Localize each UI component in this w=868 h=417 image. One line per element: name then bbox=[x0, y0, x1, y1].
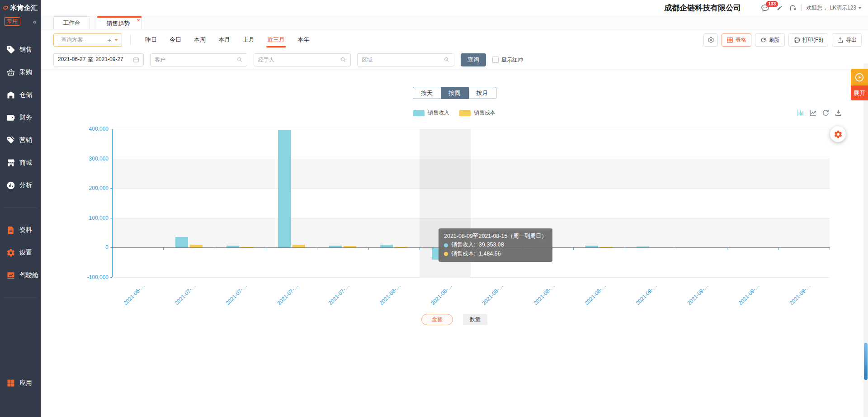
y-axis-tick bbox=[110, 277, 112, 278]
range-last-month[interactable]: 上月 bbox=[236, 30, 261, 50]
x-axis-tick bbox=[368, 247, 369, 250]
legend-item-income[interactable]: 销售收入 bbox=[413, 109, 449, 117]
sidebar-item-mall[interactable]: 商城 bbox=[0, 152, 41, 174]
range-this-year[interactable]: 本年 bbox=[291, 30, 316, 50]
support-button[interactable] bbox=[789, 4, 797, 12]
sidebar-item-analysis[interactable]: 分析 bbox=[0, 174, 41, 197]
tab-workbench[interactable]: 工作台 bbox=[53, 16, 90, 29]
by-month-button[interactable]: 按月 bbox=[468, 87, 496, 99]
legend-item-cost[interactable]: 销售成本 bbox=[459, 109, 495, 117]
income-dot bbox=[444, 243, 448, 247]
y-axis-tick bbox=[110, 218, 112, 218]
sidebar-item-settings[interactable]: 设置 bbox=[0, 242, 41, 264]
settings-button[interactable] bbox=[703, 33, 718, 47]
tooltip-row: 销售收入-39,353.08 bbox=[444, 241, 547, 249]
sidebar-item-sales[interactable]: 销售 bbox=[0, 38, 41, 61]
granularity-toggle: 按天 按周 按月 bbox=[413, 87, 496, 99]
gridline bbox=[112, 277, 830, 278]
sidebar-item-data[interactable]: 资料 bbox=[0, 219, 41, 242]
range-today[interactable]: 今日 bbox=[163, 30, 188, 50]
sidebar-item-label: 分析 bbox=[19, 181, 32, 190]
expand-rail[interactable]: 展开 bbox=[851, 69, 868, 100]
search-icon bbox=[340, 57, 346, 63]
cost-swatch bbox=[459, 110, 471, 116]
by-day-button[interactable]: 按天 bbox=[413, 87, 441, 99]
close-icon[interactable] bbox=[137, 17, 140, 23]
x-axis-tick bbox=[573, 247, 574, 250]
x-axis-tick bbox=[317, 247, 317, 250]
collapse-sidebar-icon[interactable] bbox=[33, 18, 37, 25]
y-axis-label: 300,000 bbox=[76, 156, 108, 162]
document-icon bbox=[6, 226, 15, 235]
scrollbar-track[interactable] bbox=[863, 63, 868, 417]
table-view-button[interactable]: 表格 bbox=[722, 33, 751, 47]
section-common-pill[interactable]: 常用 bbox=[4, 17, 20, 26]
range-yesterday[interactable]: 昨日 bbox=[139, 30, 163, 50]
app-logo: 米肯企汇 bbox=[0, 0, 41, 15]
search-button[interactable]: 查询 bbox=[461, 53, 486, 66]
tab-label: 销售趋势 bbox=[106, 19, 130, 28]
range-last-3-months[interactable]: 近三月 bbox=[261, 30, 291, 50]
scrollbar-thumb[interactable] bbox=[864, 343, 868, 380]
legend-label: 销售成本 bbox=[474, 109, 495, 117]
range-this-week[interactable]: 本周 bbox=[188, 30, 212, 50]
button-label: 表格 bbox=[736, 36, 746, 44]
tag-icon bbox=[6, 45, 15, 54]
sidebar-item-cockpit[interactable]: 驾驶舱 bbox=[0, 264, 41, 287]
user-menu[interactable]: 欢迎您，LK演示123 bbox=[806, 4, 862, 12]
x-axis-label: 2021-09-… bbox=[726, 283, 761, 318]
customer-input[interactable] bbox=[155, 57, 234, 63]
chart-bar-销售收入-3[interactable] bbox=[278, 130, 291, 247]
refresh-button[interactable]: 刷新 bbox=[755, 33, 785, 47]
by-week-button[interactable]: 按周 bbox=[441, 87, 468, 99]
x-axis-label: 2021-06-… bbox=[111, 283, 146, 318]
date-range-picker[interactable]: 2021-06-27 至 2021-09-27 bbox=[53, 53, 144, 66]
x-axis-tick bbox=[676, 247, 676, 250]
chart-settings-fab[interactable] bbox=[830, 126, 846, 142]
range-this-month[interactable]: 本月 bbox=[212, 30, 236, 50]
table-icon bbox=[726, 37, 733, 43]
checkbox-box[interactable] bbox=[492, 57, 499, 63]
handler-input[interactable] bbox=[258, 57, 337, 63]
sidebar-item-apps[interactable]: 应用 bbox=[0, 372, 41, 394]
show-redflush-checkbox[interactable]: 显示红冲 bbox=[492, 56, 523, 64]
chevron-down-icon bbox=[858, 7, 862, 9]
bar-chart-icon[interactable] bbox=[797, 109, 804, 117]
sidebar-item-finance[interactable]: 财务 bbox=[0, 106, 41, 129]
add-plan-icon[interactable] bbox=[104, 36, 114, 44]
income-swatch bbox=[413, 110, 425, 116]
sidebar-item-label: 财务 bbox=[19, 114, 32, 122]
app-window: 米肯企汇 常用 销售 采购 仓储 财务 bbox=[0, 0, 868, 417]
gridline bbox=[112, 129, 830, 129]
company-name: 成都企链科技有限公司 bbox=[664, 3, 741, 13]
query-plan-select[interactable]: --查询方案-- bbox=[53, 33, 122, 47]
x-axis-tick bbox=[112, 247, 113, 250]
messages-button[interactable]: 133 bbox=[761, 4, 769, 12]
rail-play-section[interactable] bbox=[851, 69, 868, 85]
amount-button[interactable]: 金额 bbox=[421, 314, 453, 325]
line-chart-icon[interactable] bbox=[809, 109, 817, 117]
sidebar-item-label: 设置 bbox=[19, 249, 32, 257]
print-button[interactable]: 打印(F8) bbox=[788, 33, 828, 47]
compose-button[interactable] bbox=[777, 5, 783, 11]
x-axis-tick bbox=[266, 247, 266, 250]
sidebar-item-purchase[interactable]: 采购 bbox=[0, 61, 41, 84]
sidebar-item-label: 销售 bbox=[19, 46, 32, 54]
customer-field bbox=[150, 53, 247, 66]
sidebar-item-warehouse[interactable]: 仓储 bbox=[0, 84, 41, 106]
tags-icon bbox=[6, 136, 15, 145]
y-axis-tick bbox=[110, 159, 112, 159]
sidebar-item-label: 仓储 bbox=[19, 91, 32, 99]
tab-sales-trend[interactable]: 销售趋势 bbox=[97, 16, 142, 29]
download-icon[interactable] bbox=[835, 109, 842, 117]
chevron-down-icon[interactable] bbox=[114, 39, 118, 41]
chart-bar-销售收入-1[interactable] bbox=[175, 237, 188, 247]
tab-bar: 工作台 销售趋势 bbox=[41, 15, 868, 29]
refresh-chart-icon[interactable] bbox=[822, 109, 830, 117]
quantity-button[interactable]: 数量 bbox=[463, 314, 487, 325]
sidebar-item-marketing[interactable]: 营销 bbox=[0, 129, 41, 152]
expand-button[interactable]: 展开 bbox=[851, 85, 868, 100]
tooltip-title: 2021-08-09至2021-08-15（周一到周日） bbox=[444, 232, 547, 241]
region-input[interactable] bbox=[362, 57, 441, 63]
export-button[interactable]: 导出 bbox=[832, 33, 862, 47]
